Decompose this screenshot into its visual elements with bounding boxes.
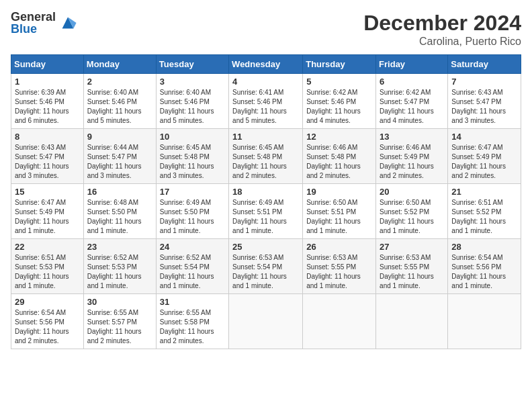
calendar-header-row: Sunday Monday Tuesday Wednesday Thursday… bbox=[11, 55, 521, 74]
day-number: 30 bbox=[87, 297, 152, 307]
day-number: 17 bbox=[160, 187, 225, 197]
daylight-label: Daylight: 11 hours and 5 minutes. bbox=[87, 107, 142, 124]
day-number: 4 bbox=[232, 77, 299, 87]
sunrise-label: Sunrise: 6:42 AM bbox=[306, 89, 357, 96]
table-row: 14 Sunrise: 6:47 AM Sunset: 5:49 PM Dayl… bbox=[448, 129, 521, 184]
sunrise-label: Sunrise: 6:54 AM bbox=[451, 254, 502, 261]
calendar-week-row: 15 Sunrise: 6:47 AM Sunset: 5:49 PM Dayl… bbox=[11, 184, 521, 239]
sunrise-label: Sunrise: 6:50 AM bbox=[306, 199, 357, 206]
calendar-week-row: 8 Sunrise: 6:43 AM Sunset: 5:47 PM Dayli… bbox=[11, 129, 521, 184]
day-info: Sunrise: 6:54 AM Sunset: 5:56 PM Dayligh… bbox=[451, 253, 517, 291]
daylight-label: Daylight: 11 hours and 3 minutes. bbox=[160, 163, 214, 179]
sunset-label: Sunset: 5:46 PM bbox=[306, 98, 356, 105]
logo: General Blue bbox=[11, 11, 77, 35]
day-number: 31 bbox=[160, 297, 225, 307]
location-title: Carolina, Puerto Rico bbox=[363, 36, 521, 48]
day-number: 21 bbox=[451, 187, 517, 197]
day-number: 23 bbox=[87, 242, 152, 252]
day-info: Sunrise: 6:47 AM Sunset: 5:49 PM Dayligh… bbox=[15, 198, 80, 236]
daylight-label: Daylight: 11 hours and 1 minute. bbox=[160, 218, 214, 234]
daylight-label: Daylight: 11 hours and 1 minute. bbox=[451, 218, 506, 234]
sunrise-label: Sunrise: 6:51 AM bbox=[451, 199, 502, 206]
sunset-label: Sunset: 5:48 PM bbox=[160, 153, 210, 161]
table-row: 7 Sunrise: 6:43 AM Sunset: 5:47 PM Dayli… bbox=[448, 74, 521, 129]
sunrise-label: Sunrise: 6:55 AM bbox=[87, 309, 138, 316]
logo-general-text: General bbox=[11, 11, 56, 23]
sunrise-label: Sunrise: 6:55 AM bbox=[160, 309, 211, 316]
sunrise-label: Sunrise: 6:46 AM bbox=[380, 144, 431, 151]
table-row: 8 Sunrise: 6:43 AM Sunset: 5:47 PM Dayli… bbox=[11, 129, 84, 184]
logo-blue-text: Blue bbox=[11, 23, 56, 35]
sunrise-label: Sunrise: 6:43 AM bbox=[451, 89, 502, 96]
sunset-label: Sunset: 5:47 PM bbox=[380, 98, 429, 105]
calendar-week-row: 29 Sunrise: 6:54 AM Sunset: 5:56 PM Dayl… bbox=[11, 294, 521, 349]
sunrise-label: Sunrise: 6:40 AM bbox=[87, 89, 138, 96]
sunset-label: Sunset: 5:51 PM bbox=[306, 208, 356, 216]
sunrise-label: Sunrise: 6:53 AM bbox=[232, 254, 283, 261]
day-number: 19 bbox=[306, 187, 372, 197]
day-info: Sunrise: 6:52 AM Sunset: 5:53 PM Dayligh… bbox=[87, 253, 152, 291]
day-number: 14 bbox=[451, 132, 517, 142]
col-friday: Friday bbox=[376, 55, 448, 74]
daylight-label: Daylight: 11 hours and 5 minutes. bbox=[160, 107, 214, 124]
day-number: 3 bbox=[160, 77, 225, 87]
sunset-label: Sunset: 5:48 PM bbox=[232, 153, 282, 161]
daylight-label: Daylight: 11 hours and 1 minute. bbox=[87, 218, 142, 234]
month-title: December 2024 bbox=[363, 11, 521, 36]
sunrise-label: Sunrise: 6:46 AM bbox=[306, 144, 357, 151]
day-info: Sunrise: 6:55 AM Sunset: 5:58 PM Dayligh… bbox=[160, 308, 225, 346]
col-monday: Monday bbox=[83, 55, 156, 74]
daylight-label: Daylight: 11 hours and 4 minutes. bbox=[380, 107, 434, 124]
table-row: 5 Sunrise: 6:42 AM Sunset: 5:46 PM Dayli… bbox=[303, 74, 376, 129]
table-row: 12 Sunrise: 6:46 AM Sunset: 5:48 PM Dayl… bbox=[303, 129, 376, 184]
table-row bbox=[376, 294, 448, 349]
sunrise-label: Sunrise: 6:51 AM bbox=[15, 254, 66, 261]
daylight-label: Daylight: 11 hours and 3 minutes. bbox=[87, 163, 142, 179]
daylight-label: Daylight: 11 hours and 1 minute. bbox=[15, 218, 69, 234]
sunrise-label: Sunrise: 6:39 AM bbox=[15, 89, 66, 96]
table-row: 26 Sunrise: 6:53 AM Sunset: 5:55 PM Dayl… bbox=[303, 239, 376, 294]
table-row: 4 Sunrise: 6:41 AM Sunset: 5:46 PM Dayli… bbox=[229, 74, 303, 129]
sunrise-label: Sunrise: 6:53 AM bbox=[380, 254, 431, 261]
day-number: 13 bbox=[380, 132, 444, 142]
sunrise-label: Sunrise: 6:50 AM bbox=[380, 199, 431, 206]
sunset-label: Sunset: 5:58 PM bbox=[160, 318, 210, 326]
day-number: 5 bbox=[306, 77, 372, 87]
table-row: 6 Sunrise: 6:42 AM Sunset: 5:47 PM Dayli… bbox=[376, 74, 448, 129]
daylight-label: Daylight: 11 hours and 2 minutes. bbox=[451, 163, 506, 179]
sunrise-label: Sunrise: 6:44 AM bbox=[87, 144, 138, 151]
day-number: 1 bbox=[15, 77, 80, 87]
day-info: Sunrise: 6:51 AM Sunset: 5:52 PM Dayligh… bbox=[451, 198, 517, 236]
sunset-label: Sunset: 5:55 PM bbox=[306, 263, 356, 271]
day-info: Sunrise: 6:45 AM Sunset: 5:48 PM Dayligh… bbox=[160, 143, 225, 181]
table-row: 25 Sunrise: 6:53 AM Sunset: 5:54 PM Dayl… bbox=[229, 239, 303, 294]
sunrise-label: Sunrise: 6:40 AM bbox=[160, 89, 211, 96]
sunset-label: Sunset: 5:56 PM bbox=[451, 263, 501, 271]
sunset-label: Sunset: 5:49 PM bbox=[380, 153, 429, 161]
daylight-label: Daylight: 11 hours and 1 minute. bbox=[380, 218, 434, 234]
day-info: Sunrise: 6:42 AM Sunset: 5:47 PM Dayligh… bbox=[380, 88, 444, 126]
table-row bbox=[448, 294, 521, 349]
day-number: 7 bbox=[451, 77, 517, 87]
day-info: Sunrise: 6:53 AM Sunset: 5:55 PM Dayligh… bbox=[380, 253, 444, 291]
day-info: Sunrise: 6:46 AM Sunset: 5:48 PM Dayligh… bbox=[306, 143, 372, 181]
table-row: 1 Sunrise: 6:39 AM Sunset: 5:46 PM Dayli… bbox=[11, 74, 84, 129]
sunset-label: Sunset: 5:47 PM bbox=[15, 153, 64, 161]
day-info: Sunrise: 6:53 AM Sunset: 5:54 PM Dayligh… bbox=[232, 253, 299, 291]
sunrise-label: Sunrise: 6:45 AM bbox=[232, 144, 283, 151]
daylight-label: Daylight: 11 hours and 2 minutes. bbox=[15, 328, 69, 345]
table-row: 21 Sunrise: 6:51 AM Sunset: 5:52 PM Dayl… bbox=[448, 184, 521, 239]
day-number: 2 bbox=[87, 77, 152, 87]
logo-icon bbox=[58, 13, 77, 32]
sunrise-label: Sunrise: 6:54 AM bbox=[15, 309, 66, 316]
day-number: 10 bbox=[160, 132, 225, 142]
day-number: 26 bbox=[306, 242, 372, 252]
sunset-label: Sunset: 5:52 PM bbox=[380, 208, 429, 216]
table-row: 15 Sunrise: 6:47 AM Sunset: 5:49 PM Dayl… bbox=[11, 184, 84, 239]
sunset-label: Sunset: 5:55 PM bbox=[380, 263, 429, 271]
sunrise-label: Sunrise: 6:48 AM bbox=[87, 199, 138, 206]
day-info: Sunrise: 6:48 AM Sunset: 5:50 PM Dayligh… bbox=[87, 198, 152, 236]
sunrise-label: Sunrise: 6:53 AM bbox=[306, 254, 357, 261]
day-info: Sunrise: 6:49 AM Sunset: 5:51 PM Dayligh… bbox=[232, 198, 299, 236]
sunset-label: Sunset: 5:53 PM bbox=[87, 263, 137, 271]
